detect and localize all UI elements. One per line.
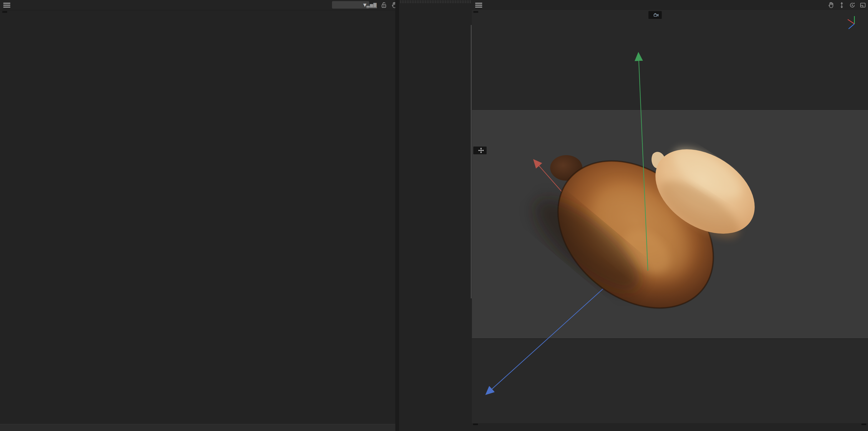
viewport-toolbar: [824, 1, 866, 9]
viewport-canvas[interactable]: [472, 10, 868, 423]
uv-canvas[interactable]: [0, 10, 395, 424]
palette-scrollbar[interactable]: [471, 25, 472, 298]
panel-divider[interactable]: [395, 0, 399, 431]
unlock-icon[interactable]: [380, 2, 388, 9]
viewport-floor-band: [472, 339, 868, 423]
histogram-icon[interactable]: ▂▅▇: [366, 2, 377, 8]
move-tool-icon: [478, 147, 484, 153]
viewport-view-label: [473, 11, 478, 13]
orbit-icon[interactable]: [849, 2, 856, 9]
viewport-camera-label[interactable]: [648, 11, 662, 19]
grid-spacing-status: [861, 424, 866, 425]
maximize-icon[interactable]: [859, 2, 866, 9]
palette-column: [395, 0, 472, 431]
palette-drag-grip[interactable]: [399, 0, 472, 4]
hamburger-menu-icon[interactable]: [3, 3, 10, 7]
active-tool-label: [473, 147, 487, 154]
pan-hand-icon[interactable]: [828, 2, 835, 9]
view-transform-status: [473, 424, 478, 425]
dolly-icon[interactable]: [838, 2, 845, 9]
camera-icon: [653, 12, 659, 18]
viewport-sky-band: [472, 10, 868, 110]
uv-editor-title: [2, 11, 7, 13]
uv-editor-statusbar: [0, 424, 395, 431]
viewport-hamburger-menu-icon[interactable]: [475, 3, 482, 7]
viewport-menubar: [472, 0, 868, 10]
